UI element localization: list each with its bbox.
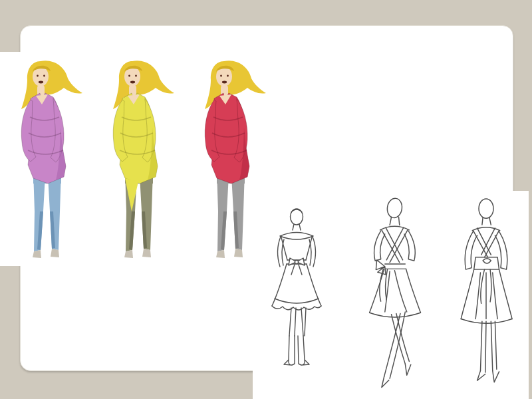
back-foot xyxy=(382,377,389,388)
right-leg xyxy=(491,321,497,370)
front-foot xyxy=(405,364,411,375)
bow-ties xyxy=(291,265,302,275)
top xyxy=(21,93,66,184)
skirt-hem xyxy=(370,313,421,317)
sketch-wrap-dress xyxy=(370,198,421,388)
right-arm xyxy=(309,237,316,267)
fashion-figure-yellow xyxy=(113,61,174,258)
left-arm xyxy=(277,237,284,267)
shoulders xyxy=(472,227,499,231)
left-leg xyxy=(289,308,296,336)
side-bow xyxy=(376,260,386,275)
line-sketch-image xyxy=(253,191,529,399)
presentation-slide xyxy=(0,0,532,399)
gather-lines xyxy=(475,273,497,319)
line-sketch-canvas xyxy=(253,191,529,399)
right-boot xyxy=(298,336,309,365)
head xyxy=(386,198,404,219)
left-foot xyxy=(477,371,485,381)
colored-sketch-canvas xyxy=(0,52,287,266)
right-sleeve xyxy=(495,231,507,269)
shoulders xyxy=(380,226,409,229)
sash xyxy=(384,264,406,269)
left-leg xyxy=(480,321,486,372)
belt-knot xyxy=(483,259,491,263)
bow-knot xyxy=(295,260,298,263)
back-leg xyxy=(384,312,406,378)
head xyxy=(479,199,493,218)
wrap-lapels xyxy=(473,228,499,257)
bodice xyxy=(281,237,312,260)
right-leg xyxy=(301,308,306,336)
left-sleeve xyxy=(465,231,477,269)
skirt-hem xyxy=(272,306,321,310)
skirt-sides xyxy=(370,269,421,313)
wrap-lapels xyxy=(382,227,408,262)
left-sleeve xyxy=(374,231,385,261)
sketch-belted-wrap-dress xyxy=(461,199,512,382)
skirt-wrap-lines xyxy=(385,271,407,312)
ruffle-seam xyxy=(275,299,319,303)
right-foot xyxy=(493,371,499,382)
top xyxy=(205,93,249,184)
right-sleeve xyxy=(404,231,415,261)
sketch-flared-dress xyxy=(272,209,321,365)
left-boot xyxy=(284,336,295,365)
colored-fashion-sketch-image xyxy=(0,52,287,266)
fashion-figure-lilac xyxy=(21,61,82,258)
skirt-sides xyxy=(272,264,321,306)
collar xyxy=(280,233,313,240)
